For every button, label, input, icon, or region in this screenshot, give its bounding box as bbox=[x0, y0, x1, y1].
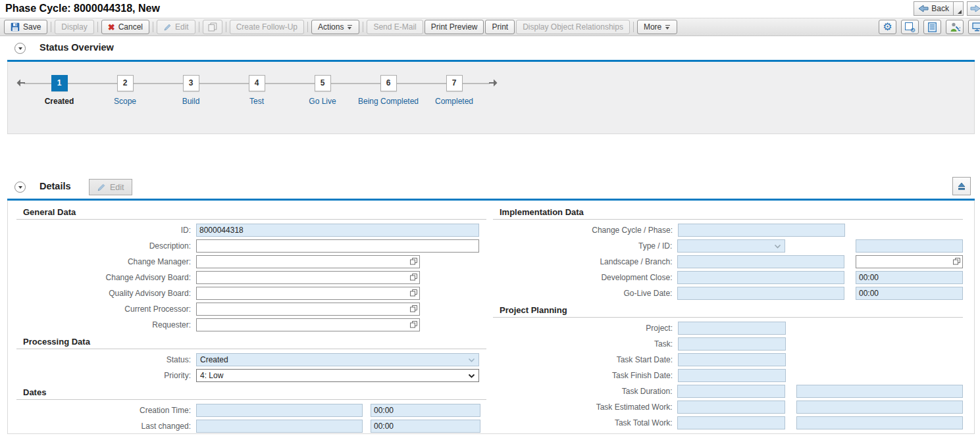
edit-button[interactable]: Edit bbox=[157, 20, 195, 34]
branch-field[interactable] bbox=[856, 255, 963, 268]
value-help-icon[interactable] bbox=[952, 257, 961, 266]
form-row-priority: Priority: 4: Low bbox=[16, 368, 486, 383]
type-dropdown[interactable] bbox=[677, 239, 785, 253]
dropdown-arrow-icon bbox=[665, 24, 671, 30]
status-dropdown[interactable]: Created bbox=[196, 353, 479, 366]
forward-button[interactable] bbox=[967, 1, 980, 16]
system-monitor-button[interactable] bbox=[968, 20, 980, 34]
creation-date-field[interactable] bbox=[196, 404, 363, 417]
more-menu-button[interactable]: More bbox=[637, 20, 677, 34]
step-label[interactable]: Scope bbox=[92, 97, 158, 106]
landscape-field[interactable] bbox=[677, 255, 844, 268]
toolbar-separator bbox=[363, 22, 363, 32]
go-live-time-field[interactable] bbox=[856, 287, 963, 300]
development-close-time-field[interactable] bbox=[856, 271, 963, 284]
corner-triangle-icon bbox=[958, 10, 962, 14]
expand-panel-button[interactable] bbox=[952, 177, 971, 195]
print-label: Print bbox=[492, 22, 508, 32]
log-button[interactable] bbox=[923, 20, 941, 34]
cancel-button[interactable]: ✖ Cancel bbox=[101, 20, 149, 34]
current-processor-field[interactable] bbox=[196, 303, 420, 316]
personalize-button[interactable]: ⚙ bbox=[901, 20, 919, 34]
change-manager-field[interactable] bbox=[196, 255, 420, 268]
development-close-date-field[interactable] bbox=[677, 271, 844, 284]
previous-phase-arrow-icon[interactable] bbox=[16, 79, 26, 87]
last-changed-date-field[interactable] bbox=[196, 420, 363, 433]
display-object-relationships-button[interactable]: Display Object Relationships bbox=[516, 20, 630, 34]
step-box[interactable]: 7 bbox=[446, 75, 463, 91]
details-edit-button[interactable]: Edit bbox=[89, 179, 132, 195]
step-box[interactable]: 6 bbox=[380, 75, 397, 91]
step-label[interactable]: Created bbox=[26, 97, 92, 106]
description-label: Description: bbox=[16, 241, 196, 251]
value-help-icon[interactable] bbox=[409, 320, 418, 329]
id-field[interactable] bbox=[196, 224, 479, 237]
step-label[interactable]: Completed bbox=[421, 97, 487, 106]
step-box[interactable]: 1 bbox=[51, 75, 68, 91]
settings-button[interactable]: ⚙ bbox=[879, 20, 896, 34]
back-history-menu-button[interactable] bbox=[954, 1, 964, 16]
task-start-date-label: Task Start Date: bbox=[493, 355, 678, 364]
step-box[interactable]: 3 bbox=[183, 75, 199, 91]
form-row-development-close: Development Close: bbox=[493, 270, 963, 285]
next-phase-arrow-icon[interactable] bbox=[488, 79, 498, 87]
step-label[interactable]: Being Completed bbox=[355, 97, 421, 106]
copy-button[interactable] bbox=[203, 20, 222, 34]
task-total-work-unit-field[interactable] bbox=[796, 416, 963, 429]
collapse-details-icon[interactable] bbox=[14, 182, 26, 193]
description-field[interactable] bbox=[196, 239, 479, 253]
task-duration-field[interactable] bbox=[677, 385, 785, 398]
status-overview-header: Status Overview bbox=[0, 36, 980, 60]
value-help-icon[interactable] bbox=[409, 304, 418, 313]
edit-pencil-icon bbox=[97, 183, 106, 192]
forward-arrow-icon bbox=[970, 5, 980, 12]
requester-field[interactable] bbox=[196, 318, 420, 331]
create-follow-up-button[interactable]: Create Follow-Up bbox=[230, 20, 304, 34]
value-help-icon[interactable] bbox=[409, 289, 418, 297]
step-box[interactable]: 2 bbox=[117, 75, 134, 91]
type-id-field[interactable] bbox=[856, 239, 963, 253]
go-live-date-field[interactable] bbox=[677, 287, 844, 300]
status-overview-title: Status Overview bbox=[39, 42, 114, 53]
general-data-heading: General Data bbox=[16, 203, 486, 220]
status-label: Status: bbox=[16, 355, 196, 364]
print-button[interactable]: Print bbox=[485, 20, 515, 34]
save-button[interactable]: Save bbox=[4, 20, 47, 34]
status-step-test: 4 Test bbox=[224, 75, 290, 106]
change-advisory-board-field[interactable] bbox=[196, 271, 420, 284]
actions-menu-button[interactable]: Actions bbox=[311, 20, 359, 34]
form-row-task: Task: bbox=[493, 336, 963, 352]
task-duration-unit-field[interactable] bbox=[796, 385, 963, 398]
step-box[interactable]: 4 bbox=[249, 75, 265, 91]
priority-value: 4: Low bbox=[200, 371, 223, 380]
back-button-label: Back bbox=[931, 4, 949, 13]
toolbar-separator bbox=[199, 22, 199, 32]
step-label[interactable]: Test bbox=[224, 97, 290, 106]
step-box[interactable]: 5 bbox=[315, 75, 331, 91]
back-button[interactable]: Back bbox=[914, 1, 954, 16]
last-changed-time-field[interactable] bbox=[371, 420, 480, 433]
quality-advisory-board-field[interactable] bbox=[196, 287, 420, 300]
value-help-icon[interactable] bbox=[409, 257, 418, 266]
task-estimated-work-unit-field[interactable] bbox=[796, 401, 963, 414]
page-title: Phase Cycle: 8000044318, New bbox=[5, 3, 160, 14]
personalize-icon: ⚙ bbox=[905, 22, 915, 32]
print-preview-button[interactable]: Print Preview bbox=[425, 20, 484, 34]
change-cycle-phase-field[interactable] bbox=[678, 224, 845, 237]
step-label[interactable]: Go Live bbox=[290, 97, 355, 106]
task-field[interactable] bbox=[678, 337, 786, 351]
creation-time-field[interactable] bbox=[371, 404, 480, 417]
task-finish-date-field[interactable] bbox=[678, 369, 786, 382]
task-start-date-field[interactable] bbox=[678, 353, 786, 366]
task-estimated-work-field[interactable] bbox=[677, 401, 785, 414]
collapse-status-overview-icon[interactable] bbox=[14, 43, 26, 54]
task-total-work-field[interactable] bbox=[677, 416, 785, 429]
status-step-completed: 7 Completed bbox=[421, 75, 487, 106]
support-button[interactable] bbox=[946, 20, 964, 34]
send-email-button[interactable]: Send E-Mail bbox=[367, 20, 423, 34]
project-field[interactable] bbox=[678, 322, 786, 335]
step-label[interactable]: Build bbox=[158, 97, 224, 106]
display-button[interactable]: Display bbox=[55, 20, 93, 34]
priority-dropdown[interactable]: 4: Low bbox=[196, 369, 479, 382]
value-help-icon[interactable] bbox=[409, 273, 418, 281]
